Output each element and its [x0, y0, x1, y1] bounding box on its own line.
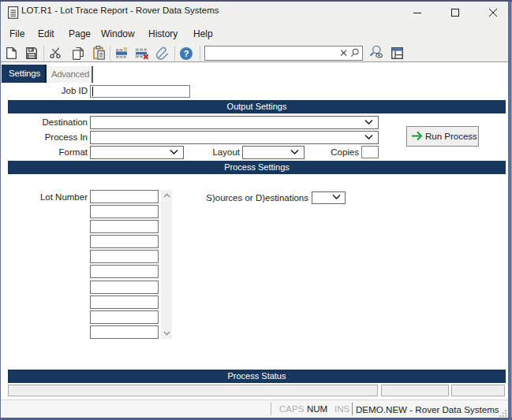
svg-text:?: ? — [184, 49, 189, 58]
